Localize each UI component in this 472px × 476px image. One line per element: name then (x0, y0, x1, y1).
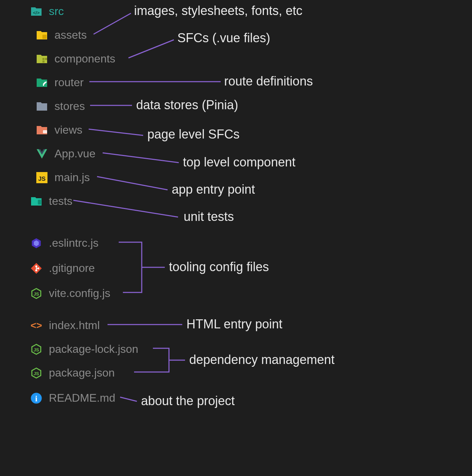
tree-item-views[interactable]: views (36, 124, 82, 136)
tree-item-readme[interactable]: i README.md (30, 392, 115, 404)
tree-item-app-vue[interactable]: App.vue (36, 147, 95, 160)
info-icon: i (30, 392, 43, 404)
annotation-assets: images, stylesheets, fonts, etc (134, 3, 302, 18)
tree-label-stores: stores (54, 100, 85, 113)
folder-components-icon (36, 53, 48, 65)
svg-rect-13 (43, 35, 47, 39)
tree-item-stores[interactable]: stores (36, 100, 85, 113)
svg-text:JS: JS (38, 175, 45, 182)
tree-item-components[interactable]: components (36, 52, 115, 65)
annotation-app-vue: top level component (183, 155, 295, 170)
svg-text:<>: <> (30, 320, 42, 331)
svg-text:JS: JS (34, 291, 39, 296)
annotation-components: SFCs (.vue files) (177, 31, 270, 45)
svg-line-1 (128, 40, 174, 58)
svg-text:</>: </> (33, 10, 40, 15)
tree-item-assets[interactable]: assets (36, 29, 87, 42)
tree-label-index-html: index.html (49, 319, 100, 332)
folder-router-icon (36, 76, 48, 89)
html-icon: <> (30, 319, 43, 332)
folder-assets-icon (36, 29, 48, 42)
tree-item-vite-config[interactable]: JS vite.config.js (30, 287, 110, 300)
nodejs-icon: JS (30, 287, 43, 300)
tree-item-gitignore[interactable]: .gitignore (30, 262, 95, 275)
svg-line-11 (120, 397, 137, 401)
tree-label-main-js: main.js (54, 171, 90, 184)
tree-item-package-json[interactable]: JS package.json (30, 366, 115, 379)
tree-label-gitignore: .gitignore (49, 262, 95, 275)
annotation-readme: about the project (141, 394, 235, 408)
tree-label-components: components (54, 52, 115, 65)
tree-item-index-html[interactable]: <> index.html (30, 319, 100, 332)
tree-item-eslintrc[interactable]: .eslintrc.js (30, 237, 98, 250)
svg-rect-16 (43, 60, 45, 62)
tree-label-eslintrc: .eslintrc.js (49, 237, 98, 250)
tree-item-package-lock[interactable]: JS package-lock.json (30, 343, 138, 356)
annotation-index-html: HTML entry point (186, 317, 282, 332)
svg-text:JS: JS (34, 347, 39, 352)
svg-line-4 (89, 129, 143, 135)
nodejs-icon: JS (30, 343, 43, 356)
eslint-icon (30, 237, 43, 250)
annotation-tooling: tooling config files (169, 260, 269, 274)
folder-tests-icon (30, 195, 43, 208)
tree-label-router: router (54, 76, 84, 89)
tree-label-app-vue: App.vue (54, 147, 95, 160)
git-icon (30, 262, 43, 275)
annotation-main-js: app entry point (172, 182, 255, 197)
tree-label-vite-config: vite.config.js (49, 287, 110, 300)
js-icon: JS (36, 171, 48, 184)
svg-rect-20 (38, 200, 41, 204)
annotation-tests: unit tests (184, 209, 234, 224)
tree-label-tests: tests (49, 195, 73, 208)
vue-icon (36, 148, 48, 160)
svg-text:JS: JS (34, 371, 39, 376)
tree-label-readme: README.md (49, 392, 115, 404)
annotation-deps: dependency management (189, 352, 334, 367)
svg-line-6 (97, 177, 168, 190)
svg-line-5 (103, 153, 179, 163)
tree-item-router[interactable]: router (36, 76, 84, 89)
svg-rect-15 (45, 58, 47, 60)
nodejs-icon: JS (30, 367, 43, 379)
folder-src-icon: </> (30, 5, 43, 18)
svg-line-0 (94, 13, 131, 34)
svg-rect-17 (43, 130, 47, 133)
svg-text:i: i (35, 394, 37, 403)
annotation-views: page level SFCs (147, 127, 239, 142)
tree-label-assets: assets (54, 29, 87, 42)
tree-item-src[interactable]: </> src (30, 5, 64, 18)
folder-stores-icon (36, 100, 48, 113)
svg-rect-14 (43, 58, 45, 60)
tree-label-package-lock: package-lock.json (49, 343, 138, 356)
folder-views-icon (36, 124, 48, 136)
tree-item-tests[interactable]: tests (30, 195, 73, 208)
annotation-router: route definitions (224, 74, 313, 89)
tree-item-main-js[interactable]: JS main.js (36, 171, 90, 184)
svg-line-7 (73, 200, 178, 217)
annotation-stores: data stores (Pinia) (136, 98, 238, 112)
tree-label-package-json: package.json (49, 366, 115, 379)
tree-label-src: src (49, 5, 64, 18)
tree-label-views: views (54, 124, 82, 136)
